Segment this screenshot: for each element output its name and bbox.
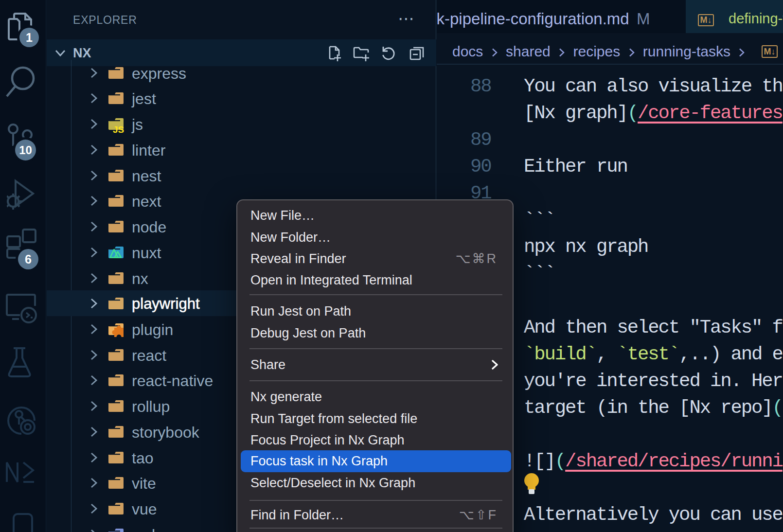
svg-text:JS: JS — [113, 124, 124, 135]
